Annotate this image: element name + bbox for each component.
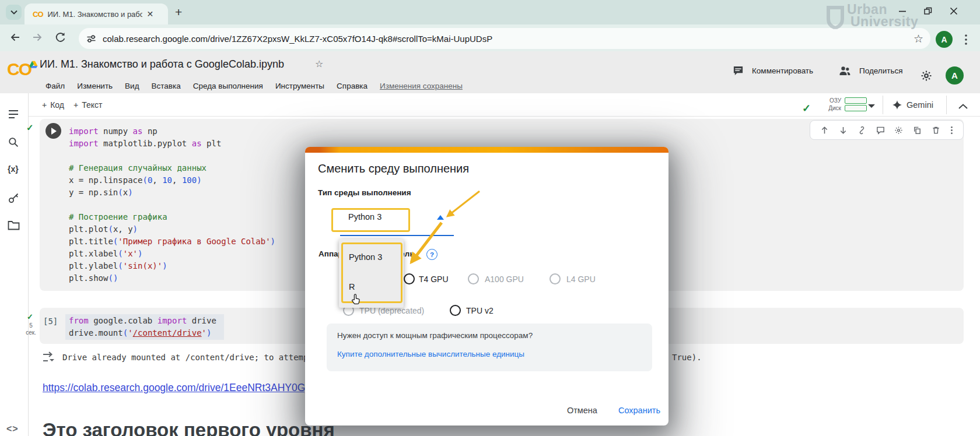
add-code-button[interactable]: + Код [42,100,64,110]
variables-icon[interactable]: {x} [8,164,19,174]
menu-file[interactable]: Файл [46,82,65,90]
gemini-label: Gemini [907,100,933,110]
arrow-to-caret [447,191,480,216]
move-cell-down-icon[interactable] [839,126,848,135]
tab-close-icon[interactable]: ✕ [147,9,154,19]
gemini-button[interactable]: Gemini [892,100,933,110]
files-folder-icon[interactable] [8,220,20,230]
shield-icon [826,6,845,29]
runtime-dropdown-menu: Python 3 R [339,239,404,308]
output-icon[interactable] [42,351,56,363]
browser-menu-icon[interactable] [964,34,968,45]
collapse-toolbar-icon[interactable] [958,104,968,109]
comment-button[interactable]: Комментировать [733,65,813,76]
menu-view[interactable]: Вид [125,82,139,90]
tab-search-button[interactable] [6,5,22,20]
radio-t4-gpu[interactable]: T4 GPU [404,273,449,284]
back-icon[interactable] [9,31,21,43]
url-bar[interactable]: colab.research.google.com/drive/1ZZ67X2p… [79,28,930,49]
info-question: Нужен доступ к мощным графическим процес… [337,331,533,340]
disk-label: Диск [820,104,841,112]
divider [946,96,947,114]
help-icon[interactable]: ? [426,249,438,260]
browser-tab[interactable]: CO ИИ. М1. Знакомство и работа ✕ [24,3,168,24]
settings-gear-icon[interactable] [921,70,932,82]
cell1-code[interactable]: import numpy as npimport matplotlib.pypl… [69,125,275,284]
minimize-button[interactable] [898,7,907,15]
radio-circle[interactable] [404,273,415,284]
menu-tools[interactable]: Инструменты [275,82,324,90]
menu-insert[interactable]: Вставка [152,82,181,90]
ram-disk-labels: ОЗУ Диск [820,97,841,112]
output-text-left: Drive already mounted at /content/drive;… [62,351,308,364]
resources-dropdown-icon[interactable] [868,104,875,108]
disk-usage-bar[interactable] [845,105,867,111]
cancel-button[interactable]: Отмена [567,406,597,415]
save-button[interactable]: Сохранить [618,406,660,415]
radio-l4-gpu[interactable]: L4 GPU [550,273,596,284]
table-of-contents-icon[interactable] [8,109,19,119]
buy-compute-units-link[interactable]: Купите дополнительные вычислительные еди… [337,350,524,358]
radio-a100-gpu[interactable]: A100 GPU [468,273,524,284]
gemini-spark-icon [892,100,902,110]
notebook-title[interactable]: ИИ. М1. Знакомство и работа с GoogleCola… [40,58,284,71]
more-actions-icon[interactable] [950,126,953,135]
secrets-key-icon[interactable] [8,192,20,204]
site-info-icon[interactable] [86,33,97,44]
radio-circle[interactable] [468,273,479,284]
new-tab-button[interactable]: + [175,5,182,19]
doc-link[interactable]: https://colab.research.google.com/drive/… [43,382,307,394]
cell-toolbar [810,120,964,140]
menu-edit[interactable]: Изменить [77,82,113,90]
link-icon[interactable] [858,126,866,135]
favorite-star-icon[interactable]: ☆ [315,58,323,69]
window-controls [898,7,958,15]
menu-runtime[interactable]: Среда выполнения [193,82,263,90]
cell2-code[interactable]: from google.colab import drivedrive.moun… [69,315,216,339]
delete-cell-icon[interactable] [932,126,940,135]
add-text-button[interactable]: + Текст [74,100,102,110]
cell-settings-gear-icon[interactable] [894,126,903,135]
radio-label: L4 GPU [566,275,596,284]
url-text[interactable]: colab.research.google.com/drive/1ZZ67X2p… [103,34,914,44]
dialog-title: Сменить среду выполнения [318,162,469,175]
bookmark-star-icon[interactable]: ☆ [914,32,923,45]
radio-circle[interactable] [550,273,561,284]
doc-heading: Это заголовок первого уровня [43,419,335,436]
radio-tpu-v2[interactable]: TPU v2 [450,305,494,316]
saved-status[interactable]: Изменения сохранены [380,82,463,90]
forward-icon[interactable] [32,31,43,43]
people-icon [839,65,851,76]
colab-avatar[interactable]: A [946,66,964,85]
radio-label: T4 GPU [419,275,449,284]
comment-icon [733,65,744,76]
menu-help[interactable]: Справка [337,82,368,90]
share-button[interactable]: Поделиться [839,65,903,76]
cell2-exec-time-unit: сек. [23,329,38,336]
search-icon[interactable] [8,136,19,148]
colab-favicon: CO [33,10,43,19]
connected-check-icon: ✓ [802,102,811,115]
move-cell-up-icon[interactable] [820,126,829,135]
dialog-accent-bar [305,147,668,153]
tab-title: ИИ. М1. Знакомство и работа [48,10,142,19]
browser-avatar[interactable]: A [936,31,953,48]
ram-usage-bar[interactable] [845,97,867,104]
drive-icon [29,61,38,69]
restore-button[interactable] [924,7,932,15]
dialog-buttons: Отмена Сохранить [480,406,660,415]
add-code-label: Код [50,100,64,110]
radio-circle[interactable] [450,305,461,316]
change-runtime-dialog: Сменить среду выполнения Тип среды выпол… [305,147,668,426]
code-snippets-icon[interactable]: <> [6,424,19,434]
ram-label: ОЗУ [820,97,841,104]
plus-icon: + [42,100,47,110]
run-cell-button[interactable] [46,123,61,139]
add-comment-icon[interactable] [876,126,885,135]
cell1-success-check-icon: ✓ [26,122,34,133]
select-caret-icon[interactable] [437,215,444,220]
reload-icon[interactable] [54,31,66,43]
copy-cell-icon[interactable] [913,126,922,135]
radio-label: TPU v2 [466,306,494,315]
close-button[interactable] [950,7,958,15]
